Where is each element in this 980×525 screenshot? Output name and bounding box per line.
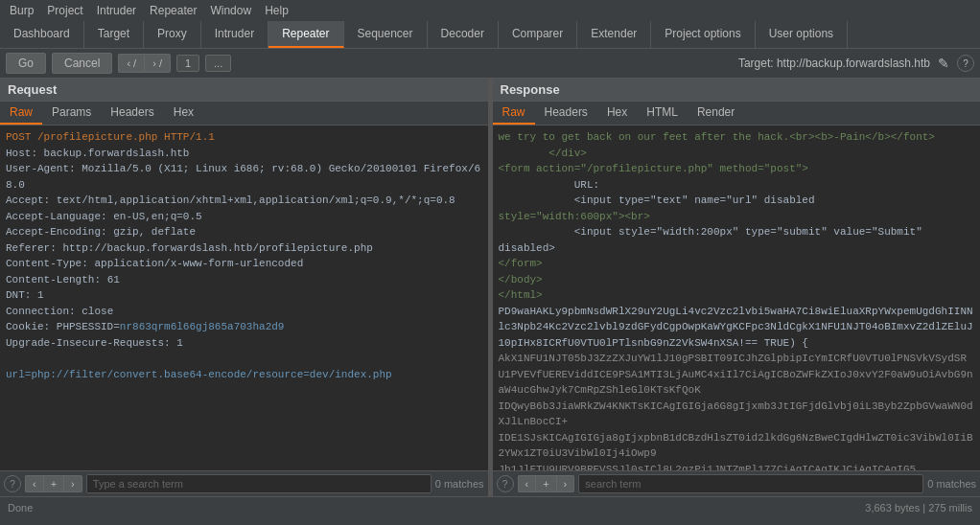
tab-extender[interactable]: Extender [577, 21, 651, 48]
response-content: we try to get back on our feet after the… [493, 126, 981, 470]
tab-bar: Dashboard Target Proxy Intruder Repeater… [0, 21, 980, 49]
request-tab-raw[interactable]: Raw [0, 102, 42, 125]
request-search-help[interactable]: ? [4, 475, 21, 492]
response-search-nav: ‹ + › [518, 475, 575, 492]
response-search-prev[interactable]: ‹ [518, 475, 536, 492]
status-bar: Done 3,663 bytes | 275 millis [0, 496, 980, 517]
request-search-add[interactable]: + [43, 475, 64, 492]
menu-project[interactable]: Project [41, 2, 88, 19]
back-button[interactable]: ‹ / [118, 54, 144, 73]
tab-user-options[interactable]: User options [756, 21, 848, 48]
forward-button[interactable]: › / [144, 54, 171, 73]
response-header: Response [493, 79, 981, 102]
tab-dashboard[interactable]: Dashboard [0, 21, 84, 48]
tab-target[interactable]: Target [84, 21, 144, 48]
response-match-count: 0 matches [927, 478, 976, 490]
tab-project-options[interactable]: Project options [651, 21, 755, 48]
request-match-count: 0 matches [435, 478, 484, 490]
menu-window[interactable]: Window [204, 2, 257, 19]
response-tab-headers[interactable]: Headers [535, 102, 597, 125]
request-tab-headers[interactable]: Headers [101, 102, 163, 125]
response-subtabs: Raw Headers Hex HTML Render [493, 102, 981, 126]
nav-back-forward: ‹ / › / [118, 54, 171, 73]
request-content: POST /profilepicture.php HTTP/1.1 Host: … [0, 126, 488, 470]
request-header: Request [0, 79, 488, 102]
tab-comparer[interactable]: Comparer [499, 21, 577, 48]
help-target-button[interactable]: ? [957, 55, 974, 72]
repeater-tab-1[interactable]: 1 [176, 55, 199, 72]
target-label: Target: http://backup.forwardslash.htb [738, 57, 930, 70]
response-tab-html[interactable]: HTML [637, 102, 688, 125]
tab-decoder[interactable]: Decoder [428, 21, 499, 48]
response-tab-hex[interactable]: Hex [597, 102, 637, 125]
response-search-bar: ? ‹ + › 0 matches [493, 470, 981, 496]
menu-intruder[interactable]: Intruder [91, 2, 142, 19]
request-search-nav: ‹ + › [25, 475, 82, 492]
response-search-help[interactable]: ? [497, 475, 514, 492]
request-subtabs: Raw Params Headers Hex [0, 102, 488, 126]
repeater-tab-more[interactable]: ... [205, 55, 231, 72]
target-bar: Target: http://backup.forwardslash.htb ✎… [738, 54, 974, 73]
status-right: 3,663 bytes | 275 millis [865, 502, 972, 514]
response-search-next[interactable]: › [557, 475, 575, 492]
response-panel: Response Raw Headers Hex HTML Render we … [493, 79, 981, 496]
request-search-input[interactable] [86, 474, 432, 493]
tab-sequencer[interactable]: Sequencer [344, 21, 428, 48]
request-search-prev[interactable]: ‹ [25, 475, 43, 492]
tab-repeater[interactable]: Repeater [268, 21, 343, 48]
menu-repeater[interactable]: Repeater [144, 2, 202, 19]
response-search-input[interactable] [578, 474, 923, 493]
request-search-next[interactable]: › [64, 475, 82, 492]
menu-bar: Burp Project Intruder Repeater Window He… [0, 0, 980, 21]
response-tab-raw[interactable]: Raw [493, 102, 535, 125]
cancel-button[interactable]: Cancel [52, 53, 112, 74]
response-tab-render[interactable]: Render [688, 102, 744, 125]
go-button[interactable]: Go [6, 53, 46, 74]
tab-proxy[interactable]: Proxy [144, 21, 201, 48]
edit-target-button[interactable]: ✎ [936, 54, 951, 73]
main-panels: Request Raw Params Headers Hex POST /pro… [0, 79, 980, 496]
request-panel: Request Raw Params Headers Hex POST /pro… [0, 79, 489, 496]
request-search-bar: ? ‹ + › 0 matches [0, 470, 488, 496]
status-left: Done [8, 502, 33, 514]
tab-intruder[interactable]: Intruder [201, 21, 268, 48]
menu-burp[interactable]: Burp [4, 2, 39, 19]
response-search-add[interactable]: + [535, 475, 556, 492]
menu-help[interactable]: Help [259, 2, 294, 19]
repeater-toolbar: Go Cancel ‹ / › / 1 ... Target: http://b… [0, 49, 980, 79]
request-tab-hex[interactable]: Hex [164, 102, 203, 125]
request-tab-params[interactable]: Params [42, 102, 101, 125]
